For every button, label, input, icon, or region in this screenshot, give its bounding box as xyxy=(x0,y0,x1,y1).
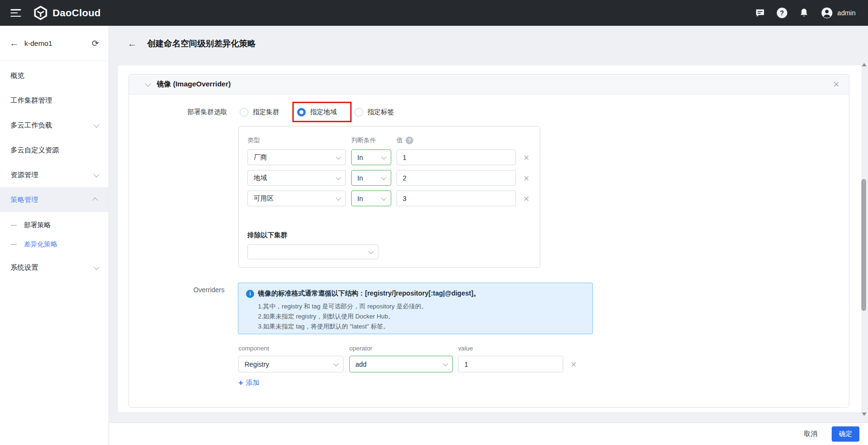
value-column-header: value xyxy=(458,345,473,352)
overrider-column-headers: component operator value xyxy=(238,345,473,352)
value-help-icon[interactable]: ? xyxy=(406,137,413,144)
sidebar-item-label: 部署策略 xyxy=(24,221,51,230)
add-overrider-button[interactable]: + 添加 xyxy=(238,378,259,388)
type-select[interactable]: 厂商 xyxy=(247,149,346,165)
criteria-column-headers: 类型 判断条件 值 ? xyxy=(247,136,531,145)
sidebar-item-override-policy[interactable]: 差异化策略 xyxy=(0,235,108,254)
sidebar-item-system-settings[interactable]: 系统设置 xyxy=(0,255,108,280)
navbar-left: DaoCloud xyxy=(11,6,101,20)
condition-select[interactable]: In xyxy=(351,149,391,165)
confirm-button[interactable]: 确定 xyxy=(832,426,859,442)
radio-icon xyxy=(240,108,248,117)
value-input[interactable] xyxy=(396,191,516,206)
delete-row-icon[interactable]: × xyxy=(524,153,529,162)
info-line: 2.如果未指定 registry，则默认使用 Docker Hub。 xyxy=(258,311,585,321)
component-select[interactable]: Registry xyxy=(238,356,343,372)
radio-label: 指定集群 xyxy=(253,108,279,117)
sidebar-item-multicloud-custom-resources[interactable]: 多云自定义资源 xyxy=(0,138,108,162)
sidebar-item-multicloud-workloads[interactable]: 多云工作负载 xyxy=(0,113,108,138)
policy-submenu: 部署策略 差异化策略 xyxy=(0,212,108,255)
operator-column-header: operator xyxy=(349,345,453,352)
image-format-info-box: i 镜像的标准格式通常遵循以下结构：[registry/]repository[… xyxy=(238,283,593,334)
radio-label: 指定地域 xyxy=(310,108,337,117)
brand-logo[interactable]: DaoCloud xyxy=(33,6,101,20)
chevron-down-icon xyxy=(381,174,386,180)
radio-specify-cluster[interactable]: 指定集群 xyxy=(240,108,283,117)
condition-select[interactable]: In xyxy=(351,170,391,186)
vertical-scrollbar[interactable] xyxy=(860,61,868,418)
scroll-up-arrow-icon[interactable] xyxy=(862,63,867,66)
sidebar-back-icon[interactable]: ← xyxy=(10,39,19,48)
info-line: 1.其中，registry 和 tag 是可选部分，而 repository 是… xyxy=(258,301,585,311)
sidebar-item-label: 工作集群管理 xyxy=(11,96,52,105)
cancel-button[interactable]: 取消 xyxy=(804,430,817,438)
radio-selected-icon xyxy=(297,108,306,117)
sidebar-item-work-cluster-mgmt[interactable]: 工作集群管理 xyxy=(0,88,108,113)
overrider-value-input[interactable] xyxy=(458,356,563,372)
radio-specify-label[interactable]: 指定标签 xyxy=(354,108,398,117)
plus-icon: + xyxy=(238,378,243,388)
project-name[interactable]: k-demo1 xyxy=(24,39,52,47)
top-navbar: DaoCloud ? admin xyxy=(0,0,868,26)
region-criteria-panel: 类型 判断条件 值 ? 厂商 In xyxy=(238,126,540,268)
criteria-row: 可用区 In × xyxy=(247,191,531,206)
condition-select-value: In xyxy=(357,195,363,202)
page-back-icon[interactable]: ← xyxy=(128,39,137,48)
collapse-chevron-icon[interactable] xyxy=(145,81,151,87)
sidebar-nav: 概览 工作集群管理 多云工作负载 多云自定义资源 资源管理 策略管理 部署策略 xyxy=(0,61,108,280)
chevron-up-icon xyxy=(92,197,98,203)
type-select[interactable]: 地域 xyxy=(247,170,346,186)
notifications-bell-icon[interactable] xyxy=(799,8,809,18)
radio-specify-region[interactable]: 指定地域 xyxy=(297,108,341,117)
scrollbar-thumb[interactable] xyxy=(861,179,866,311)
page-title: 创建命名空间级别差异化策略 xyxy=(147,38,256,49)
value-input[interactable] xyxy=(396,170,516,186)
chevron-down-icon xyxy=(333,360,339,366)
cluster-select-row: 部署集群选取 指定集群 指定地域 指定标签 xyxy=(129,107,412,117)
value-input[interactable] xyxy=(396,149,516,165)
sidebar-item-overview[interactable]: 概览 xyxy=(0,63,108,88)
messages-icon[interactable] xyxy=(755,8,765,18)
chevron-down-icon xyxy=(336,195,341,200)
chevron-down-icon xyxy=(336,174,341,180)
form-card: 镜像 (ImageOverrider) × 部署集群选取 指定集群 指定地域 xyxy=(118,65,861,412)
info-title-row: i 镜像的标准格式通常遵循以下结构：[registry/]repository[… xyxy=(246,289,585,298)
navbar-right: ? admin xyxy=(755,7,856,19)
avatar-icon xyxy=(821,7,833,19)
menu-toggle-icon[interactable] xyxy=(11,9,21,17)
criteria-row: 厂商 In × xyxy=(247,149,531,165)
operator-select[interactable]: add xyxy=(349,356,453,372)
sidebar-item-deploy-policy[interactable]: 部署策略 xyxy=(0,216,108,235)
exclude-clusters-label: 排除以下集群 xyxy=(247,231,531,240)
delete-row-icon[interactable]: × xyxy=(571,360,577,369)
delete-row-icon[interactable]: × xyxy=(524,194,529,203)
overrider-row: Registry add × xyxy=(238,356,577,372)
operator-select-value: add xyxy=(355,360,366,368)
chevron-down-icon xyxy=(94,171,100,177)
scroll-down-arrow-icon[interactable] xyxy=(862,413,867,416)
sidebar-item-label: 资源管理 xyxy=(11,170,38,180)
sidebar-item-policy-mgmt[interactable]: 策略管理 xyxy=(0,187,108,212)
help-icon[interactable]: ? xyxy=(777,8,787,18)
dash-icon xyxy=(11,244,17,245)
sidebar-item-label: 系统设置 xyxy=(11,263,38,272)
value-column-header: 值 ? xyxy=(396,136,516,145)
sidebar-header: ← k-demo1 ⟳ xyxy=(0,26,108,61)
exclude-clusters-select[interactable] xyxy=(247,244,378,259)
username-label: admin xyxy=(837,9,856,17)
condition-select[interactable]: In xyxy=(351,191,391,206)
user-menu[interactable]: admin xyxy=(821,7,856,19)
type-select[interactable]: 可用区 xyxy=(247,191,346,206)
sidebar-item-resource-mgmt[interactable]: 资源管理 xyxy=(0,162,108,187)
delete-row-icon[interactable]: × xyxy=(524,173,529,183)
sidebar-item-label: 概览 xyxy=(11,71,24,80)
type-select-value: 可用区 xyxy=(254,194,274,203)
type-select-value: 厂商 xyxy=(254,153,267,162)
refresh-icon[interactable]: ⟳ xyxy=(92,38,99,49)
chevron-down-icon xyxy=(94,264,100,270)
add-button-label: 添加 xyxy=(246,379,259,387)
type-column-header: 类型 xyxy=(247,136,346,145)
chevron-down-icon xyxy=(94,121,100,127)
footer-action-bar: 取消 确定 xyxy=(109,423,868,445)
panel-close-icon[interactable]: × xyxy=(833,79,839,90)
